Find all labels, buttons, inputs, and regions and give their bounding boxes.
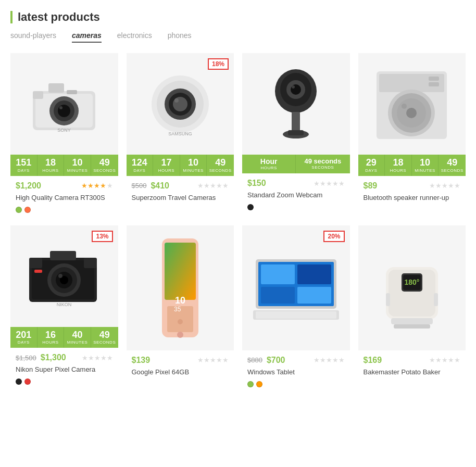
product-image — [371, 64, 452, 144]
product-name: Superzoom Travel Cameras — [132, 194, 229, 203]
price-current: $1,300 — [41, 353, 66, 362]
color-swatch[interactable] — [256, 381, 262, 387]
star-rating: ★★★★★ — [429, 356, 460, 364]
color-swatches — [16, 207, 113, 213]
countdown-timer: 201 DAYS 16 HOURS 40 MINUTES 49 SECONDS — [10, 327, 118, 348]
product-info: $1,500 $1,300 ★★★★★ Nikon Super Pixel Ca… — [10, 348, 118, 391]
svg-rect-70 — [391, 318, 433, 324]
svg-rect-44 — [34, 270, 42, 273]
price-original: $500 — [132, 182, 147, 190]
section-title: latest products — [10, 10, 466, 24]
product-card: 29 DAYS 18 HOURS 10 MINUTES 49 SECONDS $… — [358, 53, 466, 217]
star-rating: ★★★★★ — [197, 356, 229, 364]
svg-text:10: 10 — [175, 295, 185, 306]
svg-rect-37 — [29, 258, 42, 268]
svg-rect-24 — [288, 130, 304, 135]
product-image-wrapper: 13% NIKON — [10, 225, 118, 327]
svg-rect-73 — [434, 293, 438, 306]
star-rating: ★★★★★ — [82, 354, 113, 362]
product-info: $500 $410 ★★★★★ Superzoom Travel Cameras — [127, 176, 234, 217]
color-swatches — [247, 204, 345, 210]
svg-rect-62 — [256, 311, 336, 319]
page-title: latest products — [18, 10, 100, 24]
product-info: $139 ★★★★★ Google Pixel 64GB — [127, 350, 234, 392]
svg-rect-59 — [261, 287, 295, 304]
svg-text:NIKON: NIKON — [56, 302, 71, 307]
svg-rect-72 — [386, 293, 390, 306]
product-image-wrapper: 180° — [358, 225, 466, 350]
svg-rect-60 — [297, 287, 331, 304]
product-image — [265, 62, 327, 146]
products-grid: SONY 151 DAYS 18 HOURS 10 MINUTES 49 SEC… — [10, 53, 466, 392]
svg-rect-38 — [84, 258, 97, 268]
svg-rect-27 — [429, 77, 439, 81]
svg-text:35: 35 — [174, 306, 181, 313]
discount-badge: 13% — [92, 231, 112, 242]
svg-rect-71 — [394, 324, 430, 329]
color-swatch[interactable] — [24, 207, 31, 213]
countdown-minutes: 10 MINUTES — [64, 155, 91, 176]
product-card: 20% $880 $700 ★★★★★ — [242, 225, 350, 392]
price-row: $880 $700 ★★★★★ — [247, 356, 345, 365]
price-current: $139 — [132, 356, 151, 365]
countdown-days: 201 DAYS — [10, 327, 37, 348]
svg-rect-22 — [292, 112, 300, 133]
product-name: High Quality Camera RT300S — [16, 194, 113, 203]
color-swatch[interactable] — [247, 204, 254, 210]
countdown-timer: 124 DAYS 17 HOURS 10 MINUTES 49 SECONDS — [127, 155, 234, 176]
color-swatches — [16, 378, 113, 385]
tab-phones[interactable]: phones — [168, 31, 192, 43]
color-swatch[interactable] — [24, 378, 31, 385]
countdown-hours: 18 HOURS — [37, 155, 65, 176]
color-swatch[interactable] — [247, 381, 254, 387]
countdown-seconds: 49 SECONDS — [91, 155, 118, 176]
svg-rect-7 — [67, 90, 77, 94]
svg-text:180°: 180° — [404, 278, 419, 286]
tab-sound-players[interactable]: sound-players — [10, 31, 56, 43]
product-name: Standard Zoom Webcam — [247, 191, 345, 200]
product-image: 180° — [373, 241, 451, 335]
product-name: Bluetooth speaker runner-up — [364, 194, 461, 203]
svg-point-53 — [177, 332, 183, 338]
product-image-wrapper: 18% SAMSUNG — [127, 53, 234, 155]
product-info: $89 ★★★★★ Bluetooth speaker runner-up — [358, 176, 466, 217]
countdown-hours: Hour HOURS — [242, 155, 296, 173]
price-row: $150 ★★★★★ — [247, 179, 345, 188]
svg-rect-28 — [429, 82, 439, 86]
product-image — [250, 254, 342, 322]
product-info: $1,200 ★★★★★ High Quality Camera RT300S — [10, 176, 118, 217]
countdown-timer: 151 DAYS 18 HOURS 10 MINUTES 49 SECONDS — [10, 155, 118, 176]
svg-rect-48 — [165, 243, 196, 300]
price-current: $700 — [267, 356, 285, 365]
product-image-wrapper — [242, 53, 350, 155]
tab-electronics[interactable]: electronics — [117, 31, 152, 43]
color-swatch[interactable] — [16, 378, 22, 385]
discount-badge: 20% — [323, 231, 344, 242]
product-info: $169 ★★★★★ Bakemaster Potato Baker — [358, 350, 466, 392]
price-current: $1,200 — [16, 181, 41, 191]
star-rating: ★★★★★ — [197, 182, 229, 190]
product-card: Hour HOURS 49 seconds SECONDS $150 ★★★★★… — [242, 53, 350, 217]
countdown-seconds: 49 SECONDS — [91, 327, 118, 348]
svg-text:SAMSUNG: SAMSUNG — [168, 131, 192, 136]
product-image-wrapper — [358, 53, 466, 155]
countdown-minutes: 10 MINUTES — [180, 155, 207, 176]
svg-point-43 — [58, 274, 62, 278]
product-name: Windows Tablet — [247, 368, 345, 377]
svg-point-5 — [59, 106, 62, 109]
product-info: $880 $700 ★★★★★ Windows Tablet — [242, 350, 350, 392]
svg-point-33 — [402, 104, 407, 109]
discount-badge: 18% — [208, 58, 229, 70]
color-swatch[interactable] — [16, 207, 22, 213]
category-tabs: sound-players cameras electronics phones — [10, 31, 466, 43]
tab-cameras[interactable]: cameras — [72, 31, 102, 43]
product-image: SONY — [22, 70, 106, 138]
product-name: Nikon Super Pixel Camera — [16, 365, 113, 374]
price-current: $410 — [151, 181, 169, 191]
svg-point-32 — [406, 108, 417, 118]
svg-rect-6 — [48, 83, 64, 93]
product-card: 10 35 $139 ★★★★★ Google Pixel 64GB — [127, 225, 234, 392]
svg-point-15 — [174, 98, 179, 103]
star-rating: ★★★★★ — [314, 356, 345, 364]
countdown-minutes: 40 MINUTES — [64, 327, 91, 348]
